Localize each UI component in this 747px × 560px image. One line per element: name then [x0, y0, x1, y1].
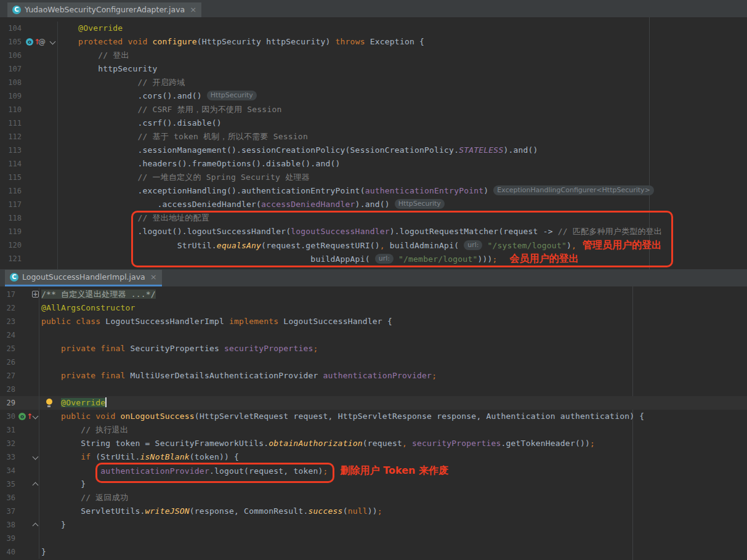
line-number[interactable]: 39 [7, 532, 15, 545]
fold-end-icon[interactable] [32, 477, 38, 491]
line-number[interactable]: 33 [7, 450, 15, 464]
line-number[interactable]: 35 [7, 477, 15, 491]
code-line[interactable]: 22@AllArgsConstructor [0, 301, 747, 315]
code-line[interactable]: 27 private final MultiUserDetailsAuthent… [0, 369, 747, 383]
line-number[interactable]: 114 [8, 157, 22, 171]
code-line[interactable]: 39 [0, 532, 747, 545]
code-line[interactable]: 32 String token = SecurityFrameworkUtils… [0, 437, 747, 450]
fold-icon[interactable] [32, 410, 38, 423]
fold-end-icon[interactable] [32, 518, 38, 532]
line-number[interactable]: 118 [8, 211, 22, 225]
fold-icon[interactable] [32, 450, 38, 464]
code-line[interactable]: 107 httpSecurity [0, 62, 747, 76]
line-number[interactable]: 24 [7, 328, 15, 342]
code-text: // 基于 token 机制，所以不需要 Session [58, 130, 308, 144]
line-number[interactable]: 29 [7, 396, 15, 410]
code-line[interactable]: 118 // 登出地址的配置 [0, 211, 747, 225]
code-line[interactable]: 114 .headers().frameOptions().disable().… [0, 157, 747, 171]
line-number[interactable]: 32 [7, 437, 15, 450]
line-number[interactable]: 22 [7, 301, 15, 315]
code-line[interactable]: 105↑o@ protected void configure(HttpSecu… [0, 35, 747, 49]
line-number[interactable]: 108 [8, 76, 22, 89]
code-line[interactable]: 23public class LogoutSuccessHandlerImpl … [0, 315, 747, 328]
lightbulb-intention-icon[interactable] [46, 396, 52, 410]
code-line[interactable]: 112 // 基于 token 机制，所以不需要 Session [0, 130, 747, 144]
line-number[interactable]: 106 [8, 49, 22, 62]
line-number[interactable]: 25 [7, 342, 15, 355]
line-number[interactable]: 38 [7, 518, 15, 532]
code-line[interactable]: 26 [0, 355, 747, 369]
line-number[interactable]: 113 [8, 144, 22, 157]
code-line[interactable]: 25 private final SecurityProperties secu… [0, 342, 747, 355]
code-line[interactable]: 111 .csrf().disable() [0, 116, 747, 130]
code-editor-bottom[interactable]: 17+/** 自定义退出处理器 ...*/22@AllArgsConstruct… [0, 286, 747, 560]
code-line[interactable]: 35 } [0, 477, 747, 491]
code-token: class [76, 317, 100, 326]
fold-collapsed-icon[interactable]: + [32, 291, 39, 298]
code-line[interactable]: 31 // 执行退出 [0, 423, 747, 437]
code-line[interactable]: 115 // 一堆自定义的 Spring Security 处理器 [0, 171, 747, 184]
code-line[interactable]: 116 .exceptionHandling().authenticationE… [0, 184, 747, 198]
line-number[interactable]: 112 [8, 130, 22, 144]
line-number[interactable]: 119 [8, 225, 22, 238]
line-number[interactable]: 23 [7, 315, 15, 328]
close-icon[interactable]: × [190, 2, 196, 17]
line-number[interactable]: 121 [8, 252, 22, 266]
code-token: ; [378, 506, 382, 516]
code-token: .logout(request, token) [209, 466, 323, 476]
code-token [41, 412, 61, 421]
tab-logout-success-handler-impl[interactable]: C LogoutSuccessHandlerImpl.java × [5, 270, 162, 286]
line-number[interactable]: 115 [8, 171, 22, 184]
line-number[interactable]: 122 [8, 266, 22, 269]
annotation-marker-icon[interactable]: @ [38, 35, 46, 49]
overriding-method-icon[interactable]: o [18, 413, 26, 420]
code-line[interactable]: 106 // 登出 [0, 49, 747, 62]
code-line[interactable]: 24 [0, 328, 747, 342]
line-number[interactable]: 104 [8, 22, 22, 35]
line-number[interactable]: 111 [8, 116, 22, 130]
line-number[interactable]: 31 [7, 423, 15, 437]
tab-yudao-web-security-configurer-adapter[interactable]: C YudaoWebSecurityConfigurerAdapter.java… [7, 2, 201, 17]
line-number[interactable]: 17 [7, 288, 15, 301]
code-line[interactable]: 17+/** 自定义退出处理器 ...*/ [0, 288, 747, 301]
line-number[interactable]: 109 [8, 89, 22, 103]
line-number[interactable]: 120 [8, 238, 22, 252]
line-number[interactable]: 27 [7, 369, 15, 383]
code-line[interactable]: 33 if (StrUtil.isNotBlank(token)) { [0, 450, 747, 464]
line-number[interactable]: 116 [8, 184, 22, 198]
code-line[interactable]: 29 @Override [0, 396, 747, 410]
code-line[interactable]: 120 StrUtil.equalsAny(request.getRequest… [0, 238, 747, 252]
code-token: ) [567, 241, 571, 250]
line-number[interactable]: 105 [8, 35, 22, 49]
code-line[interactable]: 109 .cors().and() HttpSecurity [0, 89, 747, 103]
code-line[interactable]: 37 ServletUtils.writeJSON(response, Comm… [0, 505, 747, 518]
code-line[interactable]: 119 .logout().logoutSuccessHandler(logou… [0, 225, 747, 238]
line-number[interactable]: 36 [7, 491, 15, 505]
code-line[interactable]: 38 } [0, 518, 747, 532]
code-line[interactable]: 34 authenticationProvider.logout(request… [0, 464, 747, 477]
line-number[interactable]: 107 [8, 62, 22, 76]
line-number[interactable]: 40 [7, 545, 15, 559]
code-line[interactable]: 122 [0, 266, 747, 269]
code-editor-top[interactable]: 104 @Override105↑o@ protected void confi… [0, 17, 747, 269]
code-line[interactable]: 36 // 返回成功 [0, 491, 747, 505]
line-number[interactable]: 34 [7, 464, 15, 477]
line-number[interactable]: 117 [8, 198, 22, 211]
code-line[interactable]: 113 .sessionManagement().sessionCreation… [0, 144, 747, 157]
code-line[interactable]: 30↑o public void onLogoutSuccess(HttpSer… [0, 410, 747, 423]
code-line[interactable]: 108 // 开启跨域 [0, 76, 747, 89]
line-number[interactable]: 30 [7, 410, 15, 423]
line-number[interactable]: 37 [7, 505, 15, 518]
code-line[interactable]: 104 @Override [0, 22, 747, 35]
code-line[interactable]: 121 buildAppApi( url: "/member/logout"))… [0, 252, 747, 266]
line-number[interactable]: 26 [7, 355, 15, 369]
code-line[interactable]: 40} [0, 545, 747, 559]
fold-icon[interactable] [49, 35, 55, 49]
line-number[interactable]: 28 [7, 383, 15, 396]
code-line[interactable]: 117 .accessDeniedHandler(accessDeniedHan… [0, 198, 747, 211]
code-line[interactable]: 110 // CSRF 禁用，因为不使用 Session [0, 103, 747, 116]
code-line[interactable]: 28 [0, 383, 747, 396]
line-number[interactable]: 110 [8, 103, 22, 116]
overriding-method-icon[interactable]: o [26, 38, 33, 46]
close-icon[interactable]: × [150, 270, 157, 285]
